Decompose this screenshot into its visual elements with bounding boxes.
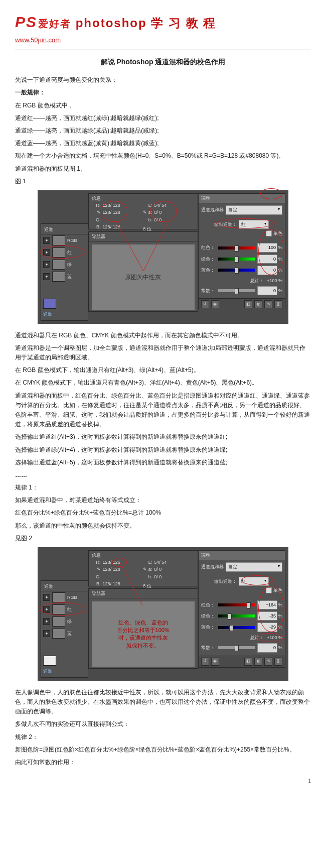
channel-swatch	[52, 629, 65, 639]
eye-icon[interactable]: ●	[43, 618, 50, 625]
body-p6: 现在建一个大小合适的文档，填充中性灰颜色(H=0、S=0%、B=50%或 R=G…	[15, 151, 311, 161]
prev-icon[interactable]: ◐	[254, 658, 262, 666]
slider-green[interactable]: 绿色： -35%	[201, 611, 282, 621]
red-value[interactable]: 100	[257, 243, 277, 252]
monochrome-checkbox[interactable]	[266, 230, 272, 236]
green-value[interactable]: 0	[257, 255, 277, 264]
info-panel: 信息 R:128/ 128 ✎ G:128/ 128 B:128/ 128 8 …	[88, 193, 198, 229]
slider-blue[interactable]: 蓝色： 0%	[201, 266, 282, 275]
body-p2: 在 RGB 颜色模式中，	[15, 101, 311, 110]
body-p0: 先说一下通道亮度与颜色变化的关系；	[15, 75, 311, 85]
af1-12: 那么，该通道的中性灰的颜色就会保持不变。	[15, 521, 311, 531]
channel-swatch	[52, 260, 65, 270]
af1-10: 如果通道混和器中，对某通道始终有等式成立：	[15, 495, 311, 505]
channel-label-green: 绿	[67, 261, 72, 268]
slider-const[interactable]: 常数： 0%	[201, 286, 282, 295]
channel-swatch	[52, 616, 65, 627]
channel-row-blue[interactable]: ● 蓝	[41, 628, 88, 640]
adjustments-panel: 调整 通道混和器 自定 输出通道： 红 单色 红色： 100%	[198, 193, 285, 311]
figure-2: 通道 ● RGB ● 红 ● 绿 ● 蓝	[38, 547, 288, 681]
delete-icon[interactable]: 🗑	[274, 300, 282, 308]
reset2-icon[interactable]: ⟲	[264, 300, 272, 308]
eye-icon[interactable]: ●	[43, 606, 50, 613]
channel-bottom-thumb	[43, 299, 56, 309]
ch-thumb-label: 通道	[41, 667, 88, 676]
const-value[interactable]: 0	[257, 286, 277, 295]
preset-dropdown[interactable]: 自定	[226, 205, 282, 214]
info-a: 0/ 0	[154, 209, 161, 216]
eye-icon[interactable]: ◉	[211, 658, 219, 666]
output-channel-dropdown[interactable]: 红	[239, 220, 269, 229]
preset-dropdown[interactable]: 自定	[226, 562, 282, 571]
channels-tab[interactable]: 通道	[41, 225, 88, 234]
site-url[interactable]: www.50jun.com	[15, 35, 311, 46]
body-p7: 通道混和器的面板见图 1。	[15, 164, 311, 174]
channel-row-green[interactable]: ● 绿	[41, 259, 88, 271]
blue-value[interactable]: 0	[257, 266, 277, 275]
navigator-preview: 红色、绿色、蓝色的 百分比之和等于100% 时，该通道的中性灰 就保持不变。	[92, 601, 195, 667]
channel-row-rgb[interactable]: ● RGB	[41, 591, 88, 603]
channel-row-red[interactable]: ● 红	[41, 246, 88, 259]
af1-2: 在 RGB 颜色模式下，输出通道只有红(Alt+3)、绿(Alt+4)、蓝(Al…	[15, 365, 311, 375]
body-p1: 一般规律：	[15, 88, 311, 97]
slider-red[interactable]: 红色： 100%	[201, 243, 282, 252]
slider-const[interactable]: 常数： 0%	[201, 643, 282, 652]
info-b2: 0/ 0	[154, 216, 161, 223]
slider-green[interactable]: 绿色： 0%	[201, 255, 282, 264]
eye-icon[interactable]: ●	[43, 630, 50, 637]
adj-toolbar: ↺ ◉ ◧ ◐ ⟲ 🗑	[199, 656, 285, 667]
eye-icon[interactable]: ●	[43, 261, 50, 268]
eye-icon[interactable]: ●	[43, 249, 50, 256]
monochrome-checkbox[interactable]	[266, 587, 272, 593]
reset-icon[interactable]: ↺	[201, 658, 209, 666]
channel-swatch	[52, 247, 65, 258]
channel-row-green[interactable]: ● 绿	[41, 615, 88, 628]
brand-cn: 爱好者	[38, 18, 71, 29]
channel-label-red: 红	[67, 249, 72, 256]
nav-text: 原图为中性灰	[125, 273, 161, 282]
af1-0: 通道混和器只在 RGB 颜色、CMYK 颜色模式中起作用，而在其它颜色模式中不可…	[15, 331, 311, 340]
delete-icon[interactable]: 🗑	[274, 658, 282, 666]
channel-row-red[interactable]: ● 红	[41, 603, 88, 615]
body-p3: 通道红——越亮，画面就越红(减绿);越暗就越绿(减红);	[15, 113, 311, 123]
channel-row-blue[interactable]: ● 蓝	[41, 271, 88, 283]
clip-icon[interactable]: ◧	[244, 300, 252, 308]
mixer-title: 通道混和器	[201, 206, 224, 213]
channels-tab[interactable]: 通道	[41, 582, 88, 591]
figure-1: 通道 ● RGB ● 红 ● 绿 ● 蓝	[38, 190, 288, 324]
channel-row-rgb[interactable]: ● RGB	[41, 234, 88, 246]
eye-icon[interactable]: ●	[43, 237, 50, 244]
output-channel-dropdown[interactable]: 红	[239, 577, 269, 586]
eye-icon[interactable]: ◉	[211, 300, 219, 308]
info-g: 128/ 128	[103, 209, 120, 223]
prev-icon[interactable]: ◐	[254, 300, 262, 308]
af2-2: 规律 2：	[15, 732, 311, 742]
af1-9: 规律 1：	[15, 483, 311, 492]
eye-icon[interactable]: ●	[43, 594, 50, 601]
af1-5: 选择输出通道红(Alt+3)，这时面板参数计算得到的新通道就将替换原来的通道红;	[15, 432, 311, 442]
site-header: PS爱好者 photoshop 学 习 教 程 www.50jun.com	[15, 10, 311, 46]
channel-label-blue: 蓝	[67, 273, 72, 280]
slider-blue[interactable]: 蓝色： -29%	[201, 623, 282, 632]
adjustments-panel: 调整 通道混和器 自定 输出通道： 红 单色 红色： +164%	[198, 550, 285, 668]
navigator-panel: 导航器 原图为中性灰	[88, 231, 198, 312]
af1-11: 红色百分比%+绿色百分比%+蓝色百分比%=总计 100%	[15, 508, 311, 518]
eye-icon[interactable]: ●	[43, 273, 50, 280]
adj-tab[interactable]: 调整	[199, 194, 285, 203]
brand-ps: PS	[15, 14, 37, 30]
slider-red[interactable]: 红色： +164%	[201, 600, 282, 609]
nav-title[interactable]: 导航器	[89, 232, 198, 241]
channel-swatch	[52, 604, 65, 614]
info-title[interactable]: 信息	[92, 552, 101, 559]
adj-toolbar: ↺ ◉ ◧ ◐ ⟲ 🗑	[199, 298, 285, 310]
reset-icon[interactable]: ↺	[201, 300, 209, 308]
clip-icon[interactable]: ◧	[244, 658, 252, 666]
body-p5: 通道蓝——越亮，画面就越蓝(减黄);越暗就越黄(减蓝);	[15, 139, 311, 148]
article-title: 解说 Photoshop 通道混和器的校色作用	[15, 56, 311, 67]
reset2-icon[interactable]: ⟲	[264, 658, 272, 666]
body-p8: 图 1	[15, 177, 311, 186]
channel-label-rgb: RGB	[67, 237, 77, 244]
af1-6: 选择输出通道绿(Alt+4)，这时面板参数计算得到的新通道就将替换原来的通道绿;	[15, 445, 311, 455]
info-title[interactable]: 信息	[92, 195, 101, 202]
monochrome-label: 单色	[273, 230, 282, 237]
